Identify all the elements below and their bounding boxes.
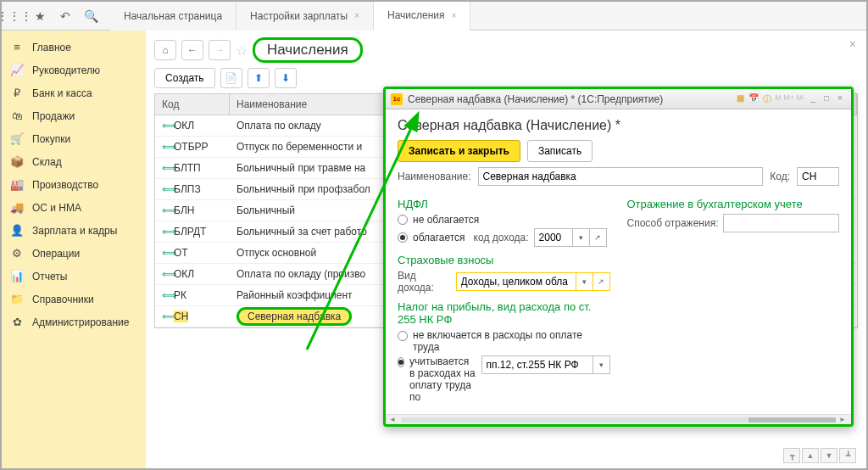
chevron-down-icon[interactable]: ▾ [593,356,609,373]
sidebar: ≡Главное📈Руководителю₽Банк и касса🛍Прода… [2,31,146,468]
favorite-icon[interactable]: ★ [27,3,53,30]
save-button[interactable]: Записать [527,140,593,162]
sidebar-item-10[interactable]: 📊Отчеты [2,265,146,288]
1c-icon: 1c [391,93,403,105]
chevron-down-icon[interactable]: ▾ [576,273,593,290]
home-button[interactable]: ⌂ [154,40,176,60]
star-icon[interactable]: ☆ [236,42,248,59]
insurance-section: Страховые взносы [398,254,610,266]
scroll-right-icon[interactable]: ► [839,416,848,423]
info-icon[interactable]: ⓘ [761,93,773,105]
sidebar-item-0[interactable]: ≡Главное [2,36,146,59]
tab-2[interactable]: Начисления× [374,2,470,31]
m-buttons[interactable]: M M+ M- [775,93,805,105]
dialog-window-title: Северная надбавка (Начисление) * (1С:Пре… [408,93,663,105]
dialog-titlebar[interactable]: 1c Северная надбавка (Начисление) * (1С:… [386,89,851,109]
sidebar-icon: ⚙ [10,247,24,260]
sidebar-icon: ≡ [10,41,24,53]
close-page-icon[interactable]: × [849,37,856,51]
sidebar-icon: 👤 [10,224,24,237]
tab-close-icon[interactable]: × [354,11,359,20]
sidebar-label: Администрирование [32,316,129,328]
ndfl-section: НДФЛ [398,198,610,210]
page-title: Начисления [253,37,363,63]
calc-icon[interactable]: ▦ [734,93,746,105]
acc-method-label: Способ отражения: [627,217,719,229]
sidebar-item-5[interactable]: 📦Склад [2,150,146,173]
name-field[interactable] [478,167,764,186]
grid-last[interactable]: ┻ [839,448,856,463]
down-button[interactable]: ⬇ [275,68,297,88]
sidebar-label: Отчеты [32,271,67,283]
sidebar-icon: 📈 [10,64,24,76]
profit-article-combo[interactable]: ▾ [481,355,610,374]
col-code[interactable]: Код [155,94,230,115]
accounting-section: Отражение в бухгалтерском учете [627,198,840,210]
acc-method-field[interactable] [723,214,839,232]
dialog-heading: Северная надбавка (Начисление) * [398,118,839,133]
forward-button[interactable]: → [209,40,231,60]
sidebar-item-1[interactable]: 📈Руководителю [2,59,146,81]
code-field[interactable] [797,167,839,186]
sidebar-label: Операции [32,248,80,260]
sidebar-item-2[interactable]: ₽Банк и касса [2,81,146,104]
back-button[interactable]: ← [181,40,203,60]
sidebar-item-9[interactable]: ⚙Операции [2,242,146,265]
sidebar-label: Справочники [32,294,94,305]
calendar-icon[interactable]: 📅 [748,93,760,105]
grid-prev[interactable]: ▲ [802,448,819,463]
grid-nav-buttons: ┳ ▲ ▼ ┻ [783,448,856,463]
sidebar-icon: 📊 [10,270,24,283]
search-icon[interactable]: 🔍 [78,3,103,30]
copy-button[interactable]: 📄 [220,68,242,88]
create-button[interactable]: Создать [154,68,215,88]
profit-opt2-label: учитывается в расходах на оплату труда п… [409,355,476,403]
profit-radio-included[interactable] [398,357,404,367]
name-label: Наименование: [398,171,471,182]
ndfl-radio-taxed[interactable] [398,232,408,243]
income-type-combo[interactable]: ▾ ↗ [456,272,610,291]
open-icon[interactable]: ↗ [593,273,609,290]
ndfl-opt2-label: облагается [413,232,465,243]
sidebar-item-11[interactable]: 📁Справочники [2,288,146,311]
tab-close-icon[interactable]: × [452,11,457,20]
profit-section: Налог на прибыль, вид расхода по ст. 255… [398,300,610,326]
sidebar-label: Производство [32,179,98,191]
dialog-close-icon[interactable]: × [834,93,846,105]
sidebar-item-8[interactable]: 👤Зарплата и кадры [2,219,146,242]
sidebar-icon: 🚚 [10,201,24,214]
topbar: ⋮⋮⋮ ★ ↶ 🔍 Начальная страницаНастройки за… [2,2,866,31]
sidebar-label: ОС и НМА [32,202,81,214]
dialog-scrollbar[interactable]: ◄ ► [386,414,851,424]
tab-0[interactable]: Начальная страница [110,2,236,31]
chevron-down-icon[interactable]: ▾ [572,229,589,246]
profit-radio-excluded[interactable] [398,331,408,341]
apps-icon[interactable]: ⋮⋮⋮ [2,3,27,30]
open-icon[interactable]: ↗ [589,229,606,246]
ndfl-opt1-label: не облагается [413,214,479,226]
tab-1[interactable]: Настройки зарплаты× [236,2,374,31]
history-icon[interactable]: ↶ [53,3,78,30]
maximize-icon[interactable]: □ [821,93,832,105]
code-label: Код: [770,171,790,182]
sidebar-label: Главное [32,42,71,53]
minimize-icon[interactable]: _ [807,93,819,105]
save-close-button[interactable]: Записать и закрыть [398,140,520,162]
grid-first[interactable]: ┳ [783,448,800,463]
sidebar-label: Руководителю [32,64,100,76]
sidebar-item-7[interactable]: 🚚ОС и НМА [2,196,146,219]
income-code-combo[interactable]: ▾ ↗ [534,228,607,247]
grid-next[interactable]: ▼ [821,448,837,463]
sidebar-label: Продажи [32,110,75,122]
accrual-dialog: 1c Северная надбавка (Начисление) * (1С:… [383,87,854,427]
sidebar-icon: 🏭 [10,178,24,191]
sidebar-item-4[interactable]: 🛒Покупки [2,127,146,150]
ndfl-radio-exempt[interactable] [398,215,408,225]
scroll-left-icon[interactable]: ◄ [389,416,398,423]
up-button[interactable]: ⬆ [248,68,270,88]
sidebar-label: Зарплата и кадры [32,225,117,237]
sidebar-item-3[interactable]: 🛍Продажи [2,104,146,127]
sidebar-item-6[interactable]: 🏭Производство [2,173,146,196]
income-code-label: код дохода: [474,232,529,243]
sidebar-item-12[interactable]: ✿Администрирование [2,311,146,333]
